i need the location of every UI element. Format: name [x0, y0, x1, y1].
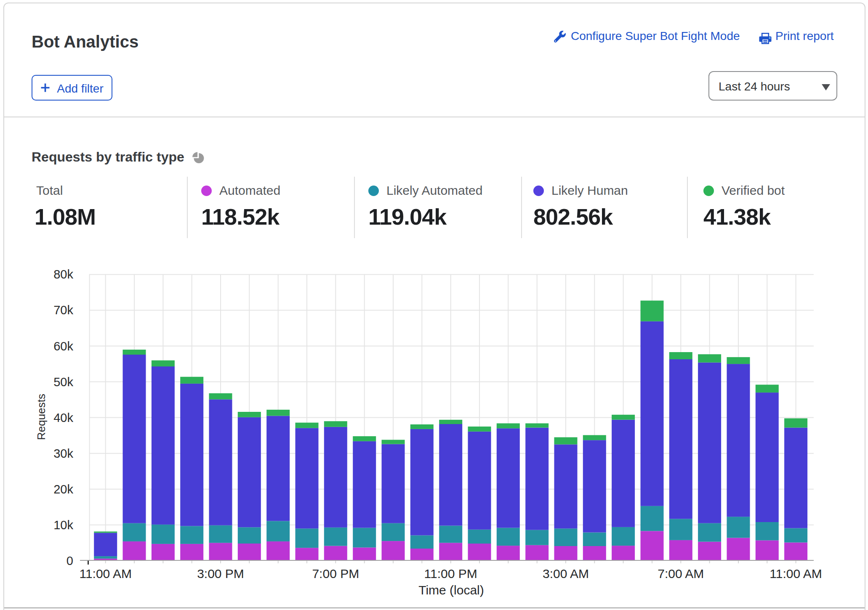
svg-text:10k: 10k — [53, 518, 73, 532]
svg-text:20k: 20k — [53, 483, 73, 496]
svg-text:7:00 PM: 7:00 PM — [312, 567, 359, 581]
svg-text:0: 0 — [67, 554, 73, 568]
svg-text:11:00 AM: 11:00 AM — [769, 567, 822, 581]
svg-text:7:00 AM: 7:00 AM — [658, 567, 704, 581]
svg-text:3:00 PM: 3:00 PM — [197, 567, 244, 581]
svg-text:11:00 PM: 11:00 PM — [424, 567, 477, 581]
svg-text:3:00 AM: 3:00 AM — [543, 567, 589, 581]
svg-text:50k: 50k — [53, 375, 73, 389]
svg-text:70k: 70k — [53, 303, 73, 317]
svg-text:Requests: Requests — [35, 394, 48, 440]
svg-text:Time (local): Time (local) — [418, 583, 484, 597]
svg-text:30k: 30k — [53, 447, 73, 460]
svg-text:40k: 40k — [53, 411, 73, 424]
svg-text:60k: 60k — [53, 339, 73, 353]
svg-text:80k: 80k — [53, 268, 73, 281]
svg-text:11:00 AM: 11:00 AM — [79, 567, 132, 581]
